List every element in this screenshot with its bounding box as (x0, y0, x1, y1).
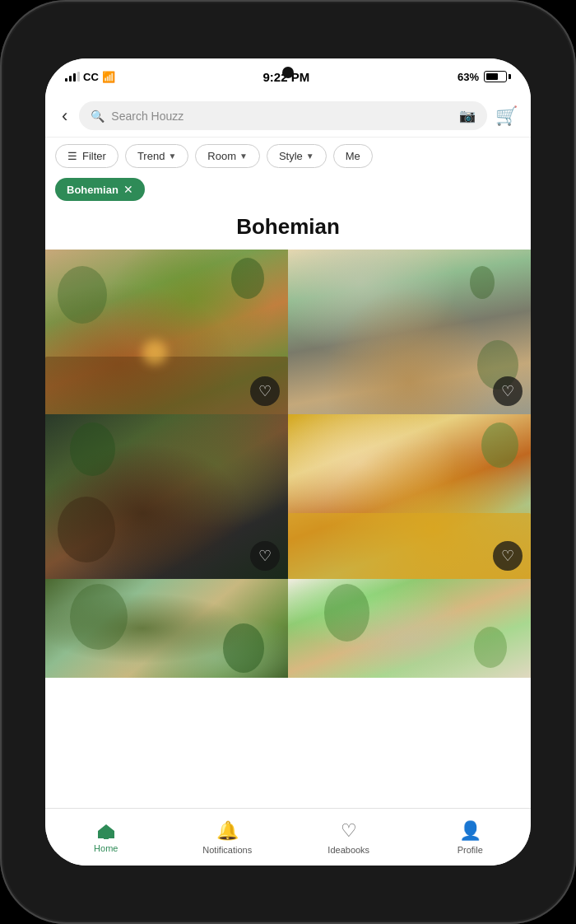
camera-icon[interactable]: 📷 (459, 108, 476, 124)
grid-cell-3[interactable]: ♡ (45, 414, 288, 579)
heart-button-4[interactable]: ♡ (493, 541, 523, 571)
battery-icon (484, 71, 511, 82)
grid-cell-2[interactable]: ♡ (288, 250, 531, 414)
heart-button-2[interactable]: ♡ (493, 376, 523, 406)
status-right: 63% (458, 71, 511, 83)
bohemian-filter-tag[interactable]: Bohemian ✕ (55, 178, 145, 201)
camera-notch (282, 67, 294, 78)
trend-label: Trend (137, 150, 165, 162)
filter-icon: ☰ (67, 150, 77, 162)
search-bar[interactable]: 🔍 Search Houzz 📷 (79, 101, 487, 130)
heart-button-3[interactable]: ♡ (250, 541, 280, 571)
nav-item-notifications[interactable]: 🔔 Notifications (167, 809, 289, 866)
signal-bars (65, 72, 80, 82)
room-image-5 (45, 579, 288, 678)
heart-button-1[interactable]: ♡ (250, 376, 280, 406)
battery-percent: 63% (458, 71, 479, 83)
trend-dropdown[interactable]: Trend ▼ (125, 144, 188, 168)
svg-rect-0 (104, 834, 109, 839)
grid-cell-5[interactable] (45, 579, 288, 678)
phone-frame: CC 📶 9:22 PM 63% ‹ 🔍 Search Houzz 📷 (0, 0, 576, 924)
filter-tag-label: Bohemian (67, 184, 118, 196)
nav-item-ideabooks[interactable]: ♡ Ideabooks (288, 809, 410, 866)
filter-row: ☰ Filter Trend ▼ Room ▼ Style ▼ Me (45, 138, 531, 175)
bell-icon: 🔔 (216, 820, 239, 842)
room-chevron: ▼ (239, 152, 248, 161)
remove-filter-icon[interactable]: ✕ (123, 183, 133, 196)
style-label: Style (279, 150, 303, 162)
cart-button[interactable]: 🛒 (495, 105, 518, 127)
nav-label-profile: Profile (458, 845, 483, 855)
filter-label: Filter (82, 150, 106, 162)
trend-chevron: ▼ (168, 152, 176, 161)
grid-cell-4[interactable]: ♡ (288, 414, 531, 579)
grid-cell-6[interactable] (288, 579, 531, 678)
photo-grid: ♡ ♡ ♡ (45, 250, 531, 808)
more-label: Me (346, 150, 360, 162)
app-header: ‹ 🔍 Search Houzz 📷 🛒 (45, 95, 531, 138)
nav-item-home[interactable]: Home (45, 809, 167, 866)
home-icon (96, 822, 116, 840)
search-input[interactable]: Search Houzz (111, 110, 453, 123)
grid-row-1: ♡ ♡ (45, 250, 531, 414)
style-chevron: ▼ (306, 152, 314, 161)
filter-button[interactable]: ☰ Filter (55, 144, 118, 168)
nav-item-profile[interactable]: 👤 Profile (410, 809, 532, 866)
grid-row-2: ♡ ♡ (45, 414, 531, 579)
page-title: Bohemian (45, 208, 531, 250)
status-left: CC 📶 (65, 71, 115, 83)
heart-icon: ♡ (341, 820, 357, 842)
more-filter[interactable]: Me (333, 144, 373, 168)
nav-label-ideabooks: Ideabooks (327, 845, 369, 855)
carrier-label: CC (83, 71, 99, 83)
search-icon: 🔍 (91, 110, 105, 123)
wifi-icon: 📶 (102, 71, 115, 83)
room-image-6 (288, 579, 531, 678)
person-icon: 👤 (459, 820, 481, 842)
active-filters: Bohemian ✕ (45, 175, 531, 208)
grid-row-3 (45, 579, 531, 678)
phone-screen: CC 📶 9:22 PM 63% ‹ 🔍 Search Houzz 📷 (45, 58, 531, 866)
style-dropdown[interactable]: Style ▼ (267, 144, 327, 168)
nav-label-notifications: Notifications (202, 845, 252, 855)
room-label: Room (207, 150, 236, 162)
bottom-nav: Home 🔔 Notifications ♡ Ideabooks 👤 Profi… (45, 808, 531, 866)
back-button[interactable]: ‹ (58, 102, 71, 130)
grid-cell-1[interactable]: ♡ (45, 250, 288, 414)
nav-label-home: Home (94, 843, 118, 853)
room-dropdown[interactable]: Room ▼ (195, 144, 260, 168)
